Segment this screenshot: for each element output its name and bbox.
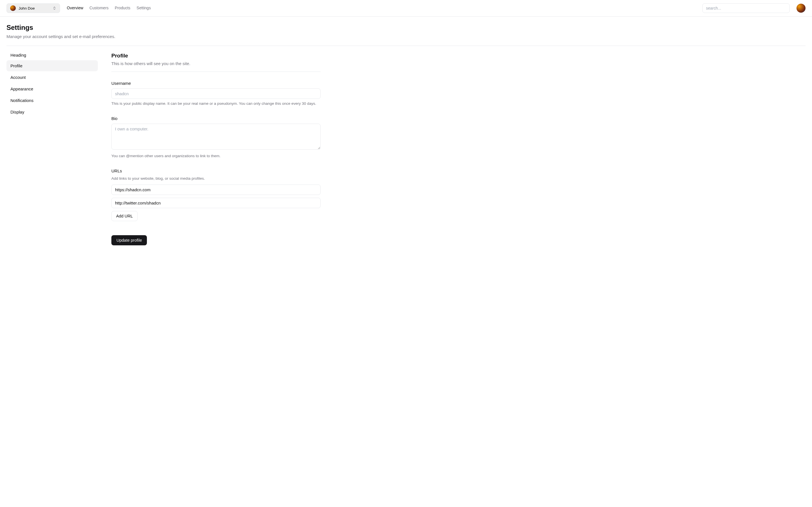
sidebar-item-notifications[interactable]: Notifications [6,95,98,106]
avatar-icon [10,5,16,11]
search-input[interactable] [702,3,790,13]
username-input[interactable] [111,89,320,99]
bio-label: Bio [111,115,320,121]
team-switcher[interactable]: John Doe [6,3,60,13]
sidebar-heading: Heading [6,52,98,58]
chevrons-up-down-icon [52,6,56,10]
team-switcher-label: John Doe [18,6,35,10]
page-title: Settings [6,23,806,33]
section-title: Profile [111,52,320,60]
divider [6,46,806,46]
sidebar-item-appearance[interactable]: Appearance [6,83,98,94]
bio-textarea[interactable] [111,124,320,150]
add-url-button[interactable]: Add URL [111,211,138,221]
topbar: John Doe Overview Customers Products Set… [0,0,812,17]
primary-nav: Overview Customers Products Settings [67,5,151,11]
nav-settings[interactable]: Settings [137,5,151,11]
settings-sidebar: Heading Profile Account Appearance Notif… [6,52,98,245]
sidebar-item-profile[interactable]: Profile [6,60,98,71]
bio-help: You can @mention other users and organiz… [111,154,320,159]
page-subtitle: Manage your account settings and set e-m… [6,34,806,40]
urls-label: URLs [111,168,320,174]
url-input-1[interactable] [111,198,320,208]
sidebar-item-account[interactable]: Account [6,72,98,83]
section-subtitle: This is how others will see you on the s… [111,61,320,66]
username-label: Username [111,80,320,86]
url-input-0[interactable] [111,184,320,195]
user-avatar[interactable] [797,4,806,13]
update-profile-button[interactable]: Update profile [111,235,147,245]
nav-customers[interactable]: Customers [89,5,109,11]
section-divider [111,71,320,72]
nav-overview[interactable]: Overview [67,5,83,11]
nav-products[interactable]: Products [115,5,130,11]
settings-main: Profile This is how others will see you … [111,52,320,245]
username-help: This is your public display name. It can… [111,101,320,107]
sidebar-item-display[interactable]: Display [6,107,98,117]
urls-help: Add links to your website, blog, or soci… [111,176,320,181]
